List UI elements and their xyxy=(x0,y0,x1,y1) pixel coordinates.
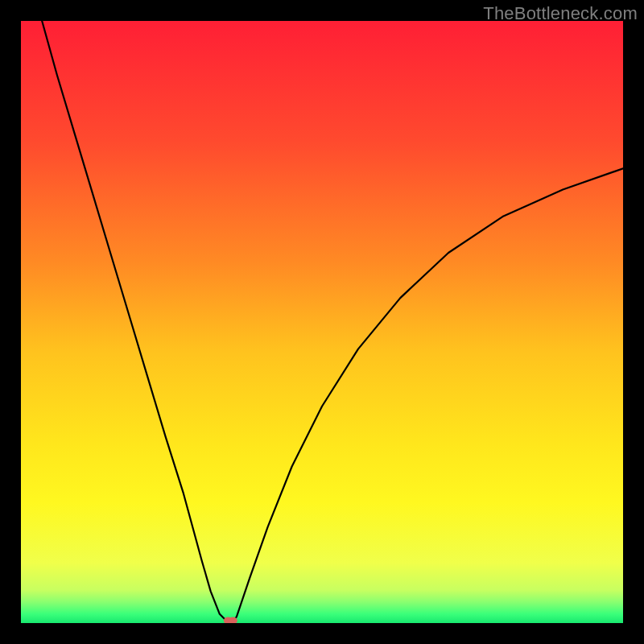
chart-frame xyxy=(21,21,623,623)
bottleneck-chart xyxy=(21,21,623,623)
watermark-label: TheBottleneck.com xyxy=(483,3,638,24)
chart-background xyxy=(21,21,623,623)
marker-group xyxy=(224,617,237,623)
